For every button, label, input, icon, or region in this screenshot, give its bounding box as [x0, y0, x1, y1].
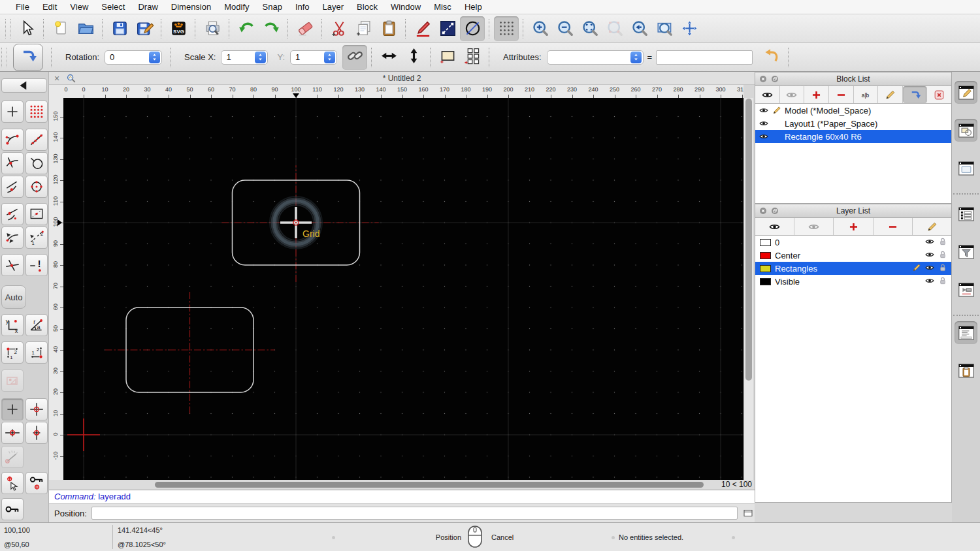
layer-color-swatch[interactable]: [760, 252, 771, 259]
snap-plus[interactable]: [1, 398, 24, 420]
toolbar-drag-handle[interactable]: [5, 19, 11, 39]
visibility-eye-icon[interactable]: [924, 276, 936, 286]
zoom-selection-button[interactable]: [602, 16, 627, 41]
menu-layer[interactable]: Layer: [316, 2, 351, 12]
shape-tool[interactable]: [1, 370, 24, 392]
cut-button[interactable]: [327, 16, 351, 41]
dock-property-editor-button[interactable]: [955, 81, 977, 104]
stepper-icon[interactable]: [255, 52, 266, 63]
rel-coords-b[interactable]: 12: [25, 341, 48, 364]
paste-button[interactable]: [376, 16, 401, 41]
layer-row[interactable]: Rectangles: [755, 262, 951, 275]
visibility-eye-icon[interactable]: [924, 249, 936, 260]
pick-point[interactable]: [1, 472, 24, 494]
snap-intersection-manual[interactable]: [1, 254, 24, 276]
vertical-scrollbar-thumb[interactable]: [745, 99, 752, 381]
toolbar-drag-handle[interactable]: [1, 48, 7, 67]
restrict-order[interactable]: 12: [25, 227, 48, 249]
visibility-eye-icon[interactable]: [924, 262, 936, 273]
visibility-eye-icon[interactable]: [759, 105, 770, 116]
save-as-button[interactable]: [132, 16, 157, 41]
menu-draw[interactable]: Draw: [131, 2, 164, 12]
menu-select[interactable]: Select: [95, 2, 131, 12]
lock-icon[interactable]: [938, 262, 949, 273]
layer-color-swatch[interactable]: [760, 265, 771, 272]
menu-info[interactable]: Info: [289, 2, 316, 12]
new-file-button[interactable]: [48, 16, 73, 41]
scale-x-combo[interactable]: 1: [221, 50, 268, 65]
menu-snap[interactable]: Snap: [256, 2, 289, 12]
lock-icon[interactable]: [938, 236, 949, 247]
delete-block-button[interactable]: [927, 86, 951, 103]
lock-relative-zero[interactable]: [25, 472, 48, 494]
add-layer-button[interactable]: [834, 218, 873, 235]
visibility-eye-icon[interactable]: [924, 236, 936, 247]
layer-color-swatch[interactable]: [760, 278, 771, 285]
active-tool-button[interactable]: [13, 44, 43, 71]
restrict-vertical[interactable]: [25, 422, 48, 444]
zoom-pan-button[interactable]: [677, 16, 702, 41]
insert-block-button[interactable]: [903, 86, 928, 103]
menu-misc[interactable]: Misc: [427, 2, 458, 12]
line-tool-button[interactable]: [435, 16, 460, 41]
open-file-button[interactable]: [73, 16, 98, 41]
add-block-button[interactable]: [804, 86, 829, 103]
stepper-icon[interactable]: [324, 52, 335, 63]
remove-layer-button[interactable]: [874, 218, 913, 235]
horizontal-scrollbar[interactable]: 10 < 100: [49, 480, 755, 490]
coord-polar[interactable]: ra: [25, 314, 48, 336]
snap-center[interactable]: [25, 152, 48, 174]
block-row[interactable]: Rectangle 60x40 R6: [755, 130, 951, 143]
dock-viewer-button[interactable]: [955, 278, 977, 301]
restrict-horizontal[interactable]: [1, 422, 24, 444]
scale-y-combo[interactable]: 1: [290, 50, 337, 65]
copy-button[interactable]: [351, 16, 376, 41]
menu-modify[interactable]: Modify: [218, 2, 255, 12]
flip-horizontal-button[interactable]: [376, 45, 401, 70]
command-line[interactable]: Command: layeradd: [49, 490, 755, 504]
snap-distance[interactable]: [1, 176, 24, 198]
menu-block[interactable]: Block: [350, 2, 384, 12]
edit-layer-button[interactable]: [913, 218, 951, 235]
edit-pencil-icon[interactable]: [911, 262, 923, 273]
coord-cartesian[interactable]: yx: [1, 314, 24, 336]
show-all-layers-button[interactable]: [755, 218, 794, 235]
lock-zero[interactable]: [1, 498, 24, 520]
position-input[interactable]: [91, 507, 738, 520]
undo-button[interactable]: [234, 16, 259, 41]
block-row[interactable]: Layout1 (*Paper_Space): [755, 117, 951, 130]
vertical-scrollbar[interactable]: [743, 98, 753, 480]
dock-clipboard-button[interactable]: [955, 359, 977, 382]
lock-icon[interactable]: [938, 249, 949, 260]
ellipse-tool-button[interactable]: [460, 16, 485, 41]
pen-color-button[interactable]: [410, 16, 435, 41]
dock-layer-list-button[interactable]: [955, 202, 977, 225]
show-all-blocks-button[interactable]: [755, 86, 780, 103]
zoom-in-button[interactable]: [528, 16, 553, 41]
flip-vertical-button[interactable]: [401, 45, 426, 70]
set-relative-zero[interactable]: [25, 398, 48, 420]
save-button[interactable]: [107, 16, 132, 41]
angle-tool[interactable]: [1, 446, 24, 468]
edit-pencil-icon[interactable]: [772, 105, 783, 116]
menu-file[interactable]: File: [9, 2, 36, 12]
hide-all-blocks-button[interactable]: [780, 86, 805, 103]
layer-row[interactable]: 0: [755, 236, 951, 249]
menu-dimension[interactable]: Dimension: [165, 2, 218, 12]
stepper-icon[interactable]: [149, 52, 160, 63]
dock-command-line-button[interactable]: [955, 321, 977, 344]
print-preview-button[interactable]: [200, 16, 225, 41]
select-tool-button[interactable]: [14, 16, 39, 41]
rotation-combo[interactable]: 0: [105, 50, 162, 65]
menu-help[interactable]: Help: [458, 2, 489, 12]
svg-export-button[interactable]: SVG: [166, 16, 191, 41]
layer-row[interactable]: Visible: [755, 275, 951, 288]
rename-block-button[interactable]: a|b: [854, 86, 879, 103]
lock-icon[interactable]: [938, 276, 949, 286]
snap-reference[interactable]: [25, 203, 48, 225]
delete-button[interactable]: [293, 16, 318, 41]
remove-block-button[interactable]: [829, 86, 854, 103]
attribute-value-field[interactable]: [656, 50, 753, 65]
zoom-window-button[interactable]: [652, 16, 677, 41]
zoom-auto-button[interactable]: [578, 16, 602, 41]
